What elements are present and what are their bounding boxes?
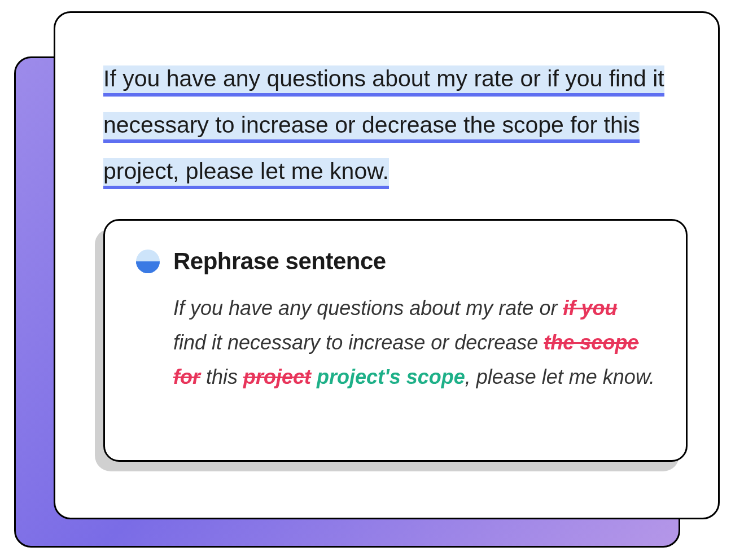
text-part: If you have any questions about my rate … — [173, 296, 563, 320]
text-part: , please let me know. — [465, 365, 655, 388]
insert-text: project's scope — [311, 365, 465, 388]
suggestion-header: Rephrase sentence — [136, 248, 655, 275]
suggestion-card[interactable]: Rephrase sentence If you have any questi… — [103, 219, 688, 462]
strike-text: project — [243, 365, 311, 388]
suggestion-title: Rephrase sentence — [173, 248, 386, 275]
main-card: If you have any questions about my rate … — [54, 11, 720, 519]
strike-text: if you — [563, 296, 617, 320]
text-part: find it necessary to increase or decreas… — [173, 331, 544, 354]
rephrase-icon — [136, 250, 160, 273]
original-sentence: If you have any questions about my rate … — [103, 65, 664, 189]
text-part: this — [200, 365, 243, 388]
original-text-block[interactable]: If you have any questions about my rate … — [103, 55, 670, 194]
suggestion-text: If you have any questions about my rate … — [136, 291, 655, 395]
